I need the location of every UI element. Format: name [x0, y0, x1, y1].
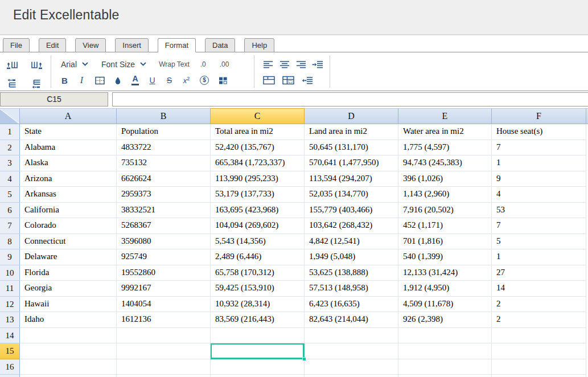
cell-C9[interactable]: 2,489 (6,446) — [211, 249, 305, 265]
increase-decimal-button[interactable]: .00 — [220, 60, 229, 68]
cell-E16[interactable] — [398, 359, 492, 375]
cell-B4[interactable]: 6626624 — [117, 171, 211, 187]
insert-column-right-icon[interactable] — [31, 58, 43, 72]
cell-F2[interactable]: 7 — [492, 140, 586, 156]
select-all-corner[interactable] — [0, 108, 20, 124]
cell-D7[interactable]: 103,642 (268,432) — [305, 218, 398, 234]
cell-D15[interactable] — [305, 343, 398, 359]
cell-C4[interactable]: 113,990 (295,233) — [211, 171, 305, 187]
cell-C8[interactable]: 5,543 (14,356) — [211, 234, 305, 250]
cell-C15[interactable] — [211, 343, 305, 359]
tab-insert[interactable]: Insert — [115, 38, 149, 52]
row-header-5[interactable]: 5 — [0, 187, 20, 203]
italic-button[interactable]: I — [78, 75, 85, 85]
cell-C10[interactable]: 65,758 (170,312) — [211, 265, 305, 281]
row-header-15[interactable]: 15 — [0, 343, 20, 359]
cell-B6[interactable]: 38332521 — [117, 203, 211, 219]
cell-B[interactable] — [117, 375, 211, 377]
cell-A15[interactable] — [20, 343, 117, 359]
align-left-icon[interactable] — [263, 60, 272, 68]
cell-F5[interactable]: 4 — [492, 187, 586, 203]
column-header-F[interactable]: F — [492, 108, 586, 124]
indent-decrease-icon[interactable] — [302, 76, 313, 84]
tab-format[interactable]: Format — [158, 38, 196, 52]
cell-E13[interactable]: 926 (2,398) — [398, 312, 492, 328]
cell-A7[interactable]: Colorado — [20, 218, 117, 234]
column-header-C[interactable]: C — [211, 108, 305, 124]
cell-C3[interactable]: 665,384 (1,723,337) — [211, 155, 305, 171]
cell-style-icon[interactable] — [219, 76, 228, 85]
cell-D6[interactable]: 155,779 (403,466) — [305, 203, 398, 219]
cell-E4[interactable]: 396 (1,026) — [398, 171, 492, 187]
row-header-3[interactable]: 3 — [0, 155, 20, 171]
underline-button[interactable]: U — [149, 76, 156, 85]
borders-icon[interactable] — [95, 76, 105, 85]
cell-D4[interactable]: 113,594 (294,207) — [305, 171, 398, 187]
row-header-9[interactable]: 9 — [0, 249, 20, 265]
unmerge-cells-icon[interactable] — [282, 76, 294, 85]
currency-format-button[interactable]: $ — [200, 76, 209, 85]
cell-B12[interactable]: 1404054 — [117, 297, 211, 313]
cell-D2[interactable]: 50,645 (131,170) — [305, 140, 398, 156]
indent-increase-icon[interactable] — [312, 60, 322, 68]
cell-F1[interactable]: House seat(s) — [492, 124, 586, 140]
insert-column-left-icon[interactable] — [6, 58, 18, 72]
cell-E3[interactable]: 94,743 (245,383) — [398, 155, 492, 171]
cell-F12[interactable]: 2 — [492, 297, 586, 313]
cell-B11[interactable]: 9992167 — [117, 281, 211, 297]
cell-F6[interactable]: 53 — [492, 203, 586, 219]
cell-D[interactable] — [305, 375, 398, 377]
cell-F3[interactable]: 1 — [492, 155, 586, 171]
cell-F[interactable] — [492, 375, 586, 377]
cell-B10[interactable]: 19552860 — [117, 265, 211, 281]
cell-A5[interactable]: Arkansas — [20, 187, 117, 203]
cell-A9[interactable]: Delaware — [20, 249, 117, 265]
cell-B9[interactable]: 925749 — [117, 249, 211, 265]
cell-A2[interactable]: Alabama — [20, 140, 117, 156]
cell-C13[interactable]: 83,569 (216,443) — [211, 312, 305, 328]
cell-E8[interactable]: 701 (1,816) — [398, 234, 492, 250]
cell-B16[interactable] — [117, 359, 211, 375]
cell-E7[interactable]: 452 (1,171) — [398, 218, 492, 234]
cell-A6[interactable]: California — [20, 203, 117, 219]
column-header-A[interactable]: A — [20, 108, 117, 124]
cell-A12[interactable]: Hawaii — [20, 297, 117, 313]
cell-D12[interactable]: 6,423 (16,635) — [305, 297, 398, 313]
cell-C6[interactable]: 163,695 (423,968) — [211, 203, 305, 219]
cell-E5[interactable]: 1,143 (2,960) — [398, 187, 492, 203]
cell-A13[interactable]: Idaho — [20, 312, 117, 328]
cell-B2[interactable]: 4833722 — [117, 140, 211, 156]
cell-D1[interactable]: Land area in mi2 — [305, 124, 398, 140]
superscript-button[interactable]: x2 — [183, 76, 190, 85]
cell-D3[interactable]: 570,641 (1,477,950) — [305, 155, 398, 171]
cell-B13[interactable]: 1612136 — [117, 312, 211, 328]
cell-C[interactable] — [211, 375, 305, 377]
cell-D14[interactable] — [305, 328, 398, 344]
row-header-6[interactable]: 6 — [0, 203, 20, 219]
cell-F10[interactable]: 27 — [492, 265, 586, 281]
cell-C2[interactable]: 52,420 (135,767) — [211, 140, 305, 156]
cell-B15[interactable] — [117, 343, 211, 359]
cell-E[interactable] — [398, 375, 492, 377]
cell-D5[interactable]: 52,035 (134,770) — [305, 187, 398, 203]
cell-B14[interactable] — [117, 328, 211, 344]
name-box[interactable]: C15 — [0, 92, 108, 106]
merge-cells-icon[interactable] — [263, 76, 275, 85]
row-header-14[interactable]: 14 — [0, 328, 20, 344]
row-header-11[interactable]: 11 — [0, 281, 20, 297]
cell-E12[interactable]: 4,509 (11,678) — [398, 297, 492, 313]
tab-edit[interactable]: Edit — [39, 38, 66, 52]
cell-C14[interactable] — [211, 328, 305, 344]
row-header-[interactable] — [0, 375, 20, 377]
cell-F15[interactable] — [492, 343, 586, 359]
row-header-16[interactable]: 16 — [0, 359, 20, 375]
cell-A3[interactable]: Alaska — [20, 155, 117, 171]
cell-B5[interactable]: 2959373 — [117, 187, 211, 203]
cell-D11[interactable]: 57,513 (148,958) — [305, 281, 398, 297]
cell-A[interactable] — [20, 375, 117, 377]
row-header-1[interactable]: 1 — [0, 124, 20, 140]
cell-A16[interactable] — [20, 359, 117, 375]
strikethrough-button[interactable]: S — [166, 76, 173, 85]
cell-F7[interactable]: 7 — [492, 218, 586, 234]
row-header-4[interactable]: 4 — [0, 171, 20, 187]
